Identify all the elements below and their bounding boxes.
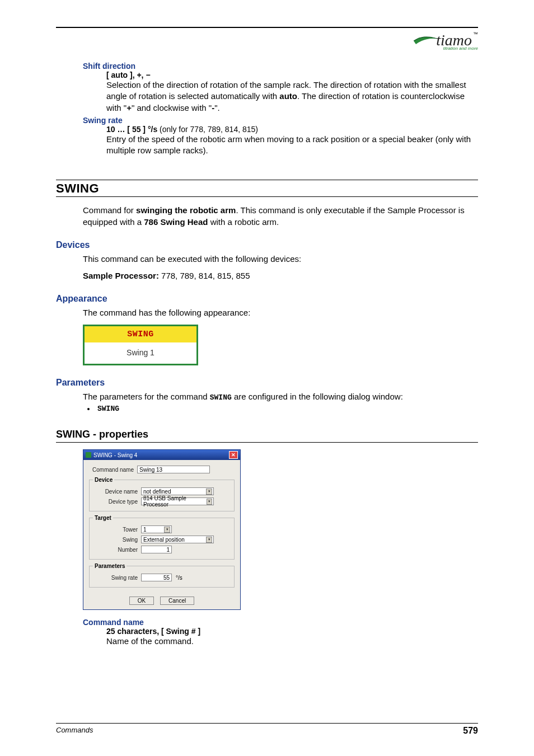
device-name-select[interactable]: not defined▾ [141,487,214,495]
close-icon[interactable]: ✕ [229,451,238,459]
parameters-heading: Parameters [56,378,478,388]
parameters-bullet-swing: SWING [95,405,478,413]
parameters-line: The parameters for the command SWING are… [83,391,478,403]
command-name-param-desc: Name of the command. [106,636,478,647]
swing-block-body: Swing 1 [85,342,196,364]
devices-list: Sample Processor: 778, 789, 814, 815, 85… [83,270,478,281]
param-swing-rate-label: Swing rate [83,116,478,125]
brand-logo: tiamo™ titration and more [56,31,478,51]
device-type-label: Device type [93,499,141,505]
command-name-param-range: 25 characters, [ Swing # ] [106,627,478,636]
command-name-input[interactable] [137,466,210,473]
chevron-down-icon: ▾ [206,489,212,495]
swing-rate-unit: °/s [176,575,182,581]
command-name-label: Command name [89,467,137,473]
swing-intro: Command for swinging the robotic arm. Th… [83,205,478,228]
swing-rate-label: Swing rate [93,575,141,581]
dialog-title: SWING - Swing 4 [93,452,229,458]
devices-line: This command can be executed with the fo… [83,253,478,265]
chevron-down-icon: ▾ [207,499,212,505]
ok-button[interactable]: OK [129,597,154,605]
cancel-button[interactable]: Cancel [160,597,194,605]
dialog-app-icon [86,452,91,458]
swing-properties-dialog: SWING - Swing 4 ✕ Command name Device De… [83,449,241,610]
swing-block-widget: SWING Swing 1 [83,325,198,365]
logo-tm: ™ [473,31,478,37]
appearance-heading: Appearance [56,294,478,304]
number-label: Number [93,547,141,553]
appearance-line: The command has the following appearance… [83,307,478,318]
params-legend: Parameters [93,563,127,569]
param-swing-rate-desc: Entry of the speed of the robotic arm wh… [106,134,478,157]
device-name-label: Device name [93,489,141,495]
command-name-param-label: Command name [83,618,478,627]
param-shift-direction-range: [ auto ], +, − [106,71,478,79]
devices-heading: Devices [56,240,478,250]
footer-section: Commands [56,726,93,736]
logo-swoosh-icon [413,33,438,48]
device-type-select[interactable]: 814 USB Sample Processor▾ [141,497,214,505]
target-legend: Target [93,515,113,521]
tower-label: Tower [93,527,141,533]
swing-label: Swing [93,537,141,543]
swing-block-header: SWING [85,326,196,342]
chevron-down-icon: ▾ [164,527,170,533]
param-shift-direction-desc: Selection of the direction of rotation o… [106,79,478,114]
param-shift-direction-label: Shift direction [83,62,478,71]
swing-rate-input[interactable] [141,574,172,581]
footer-page-number: 579 [463,726,478,736]
number-input[interactable] [141,546,172,553]
param-swing-rate-range: 10 … [ 55 ] °/s (only for 778, 789, 814,… [106,125,478,134]
chevron-down-icon: ▾ [206,537,212,543]
swing-select[interactable]: External position▾ [141,536,214,543]
swing-properties-heading: SWING - properties [56,429,478,443]
tower-select[interactable]: 1▾ [141,525,172,533]
section-swing-title: SWING [56,181,478,196]
device-legend: Device [93,477,114,483]
page-footer: Commands 579 [56,723,478,736]
